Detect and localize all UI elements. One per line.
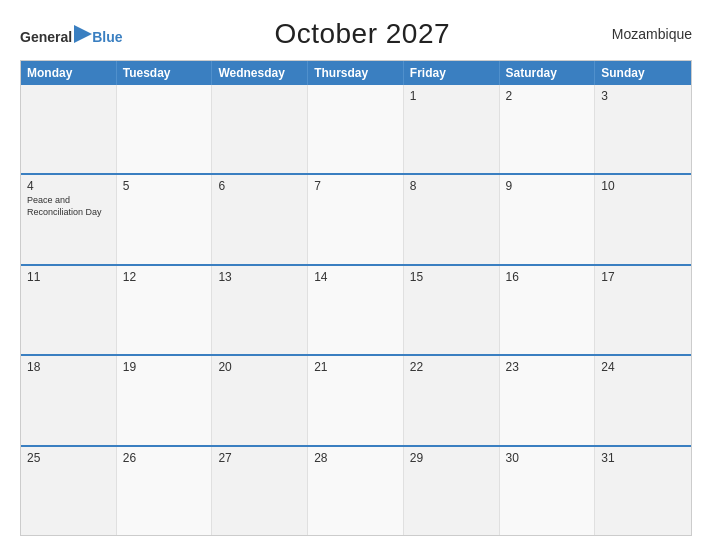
day-number: 11 <box>27 270 110 284</box>
header: General Blue October 2027 Mozambique <box>20 18 692 50</box>
day-number: 22 <box>410 360 493 374</box>
calendar-page: General Blue October 2027 Mozambique Mon… <box>0 0 712 550</box>
day-cell-w5-d1: 25 <box>21 447 117 535</box>
day-cell-w5-d4: 28 <box>308 447 404 535</box>
day-number: 6 <box>218 179 301 193</box>
logo-blue-text: Blue <box>92 30 122 44</box>
week-row-5: 25262728293031 <box>21 445 691 535</box>
header-sunday: Sunday <box>595 61 691 85</box>
day-cell-w5-d5: 29 <box>404 447 500 535</box>
week-row-3: 11121314151617 <box>21 264 691 354</box>
day-cell-w1-d2 <box>117 85 213 173</box>
day-number: 9 <box>506 179 589 193</box>
logo-flag-icon <box>74 25 92 43</box>
day-number: 31 <box>601 451 685 465</box>
day-number: 2 <box>506 89 589 103</box>
country-label: Mozambique <box>602 26 692 42</box>
day-cell-w3-d1: 11 <box>21 266 117 354</box>
day-number: 25 <box>27 451 110 465</box>
day-cell-w2-d7: 10 <box>595 175 691 263</box>
day-number: 17 <box>601 270 685 284</box>
day-cell-w1-d1 <box>21 85 117 173</box>
day-cell-w2-d6: 9 <box>500 175 596 263</box>
day-cell-w2-d1: 4Peace and Reconciliation Day <box>21 175 117 263</box>
day-cell-w1-d5: 1 <box>404 85 500 173</box>
day-number: 18 <box>27 360 110 374</box>
day-cell-w3-d4: 14 <box>308 266 404 354</box>
day-cell-w4-d3: 20 <box>212 356 308 444</box>
day-cell-w3-d2: 12 <box>117 266 213 354</box>
day-number: 26 <box>123 451 206 465</box>
day-number: 16 <box>506 270 589 284</box>
logo: General Blue <box>20 25 122 44</box>
day-number: 10 <box>601 179 685 193</box>
header-monday: Monday <box>21 61 117 85</box>
day-number: 12 <box>123 270 206 284</box>
day-cell-w5-d6: 30 <box>500 447 596 535</box>
day-cell-w5-d3: 27 <box>212 447 308 535</box>
week-row-2: 4Peace and Reconciliation Day5678910 <box>21 173 691 263</box>
day-cell-w2-d5: 8 <box>404 175 500 263</box>
svg-marker-0 <box>74 25 92 43</box>
header-friday: Friday <box>404 61 500 85</box>
day-cell-w1-d3 <box>212 85 308 173</box>
day-number: 21 <box>314 360 397 374</box>
day-number: 13 <box>218 270 301 284</box>
day-number: 3 <box>601 89 685 103</box>
day-number: 29 <box>410 451 493 465</box>
day-number: 7 <box>314 179 397 193</box>
calendar-grid: Monday Tuesday Wednesday Thursday Friday… <box>20 60 692 536</box>
day-number: 30 <box>506 451 589 465</box>
day-cell-w4-d4: 21 <box>308 356 404 444</box>
day-cell-w2-d3: 6 <box>212 175 308 263</box>
header-thursday: Thursday <box>308 61 404 85</box>
day-number: 28 <box>314 451 397 465</box>
day-cell-w3-d5: 15 <box>404 266 500 354</box>
day-cell-w4-d7: 24 <box>595 356 691 444</box>
day-number: 4 <box>27 179 110 193</box>
day-cell-w5-d2: 26 <box>117 447 213 535</box>
day-cell-w2-d4: 7 <box>308 175 404 263</box>
calendar-title: October 2027 <box>122 18 602 50</box>
day-number: 19 <box>123 360 206 374</box>
day-number: 27 <box>218 451 301 465</box>
day-event: Peace and Reconciliation Day <box>27 195 110 218</box>
logo-general-text: General <box>20 30 72 44</box>
day-cell-w4-d1: 18 <box>21 356 117 444</box>
day-cell-w3-d6: 16 <box>500 266 596 354</box>
header-wednesday: Wednesday <box>212 61 308 85</box>
day-headers-row: Monday Tuesday Wednesday Thursday Friday… <box>21 61 691 85</box>
day-number: 8 <box>410 179 493 193</box>
day-cell-w5-d7: 31 <box>595 447 691 535</box>
day-number: 23 <box>506 360 589 374</box>
day-number: 15 <box>410 270 493 284</box>
day-cell-w4-d6: 23 <box>500 356 596 444</box>
day-cell-w4-d2: 19 <box>117 356 213 444</box>
week-row-1: 123 <box>21 85 691 173</box>
weeks-container: 1234Peace and Reconciliation Day56789101… <box>21 85 691 535</box>
day-cell-w3-d7: 17 <box>595 266 691 354</box>
day-cell-w1-d6: 2 <box>500 85 596 173</box>
header-tuesday: Tuesday <box>117 61 213 85</box>
day-cell-w1-d4 <box>308 85 404 173</box>
day-number: 24 <box>601 360 685 374</box>
day-number: 14 <box>314 270 397 284</box>
week-row-4: 18192021222324 <box>21 354 691 444</box>
day-number: 1 <box>410 89 493 103</box>
header-saturday: Saturday <box>500 61 596 85</box>
day-cell-w2-d2: 5 <box>117 175 213 263</box>
day-number: 20 <box>218 360 301 374</box>
day-number: 5 <box>123 179 206 193</box>
day-cell-w4-d5: 22 <box>404 356 500 444</box>
day-cell-w3-d3: 13 <box>212 266 308 354</box>
day-cell-w1-d7: 3 <box>595 85 691 173</box>
